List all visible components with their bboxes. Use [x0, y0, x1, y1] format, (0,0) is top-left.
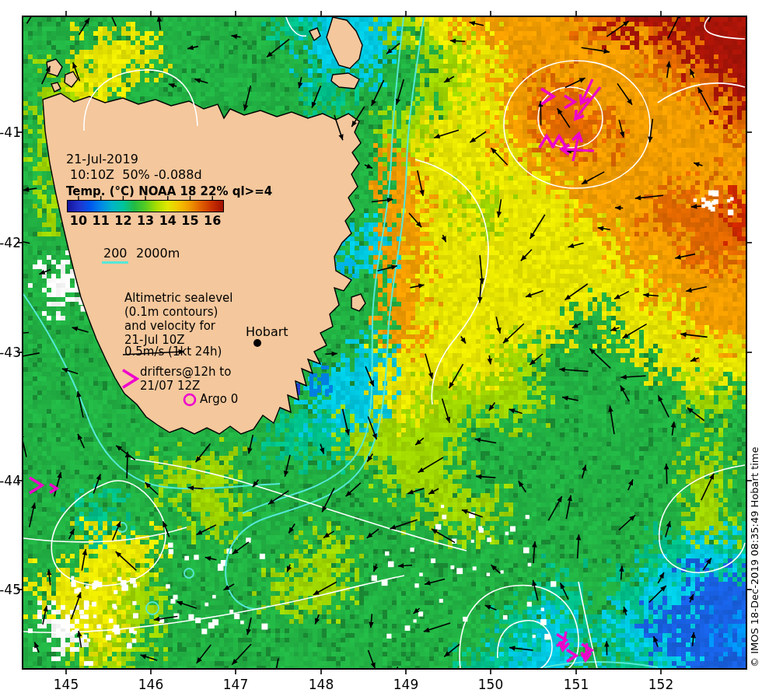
- velocity-vector-head: [509, 408, 516, 413]
- sealevel-contour: [460, 585, 578, 669]
- velocity-vector: [274, 658, 278, 681]
- velocity-vector-head: [418, 283, 425, 288]
- lat-label--45: -45: [0, 582, 21, 597]
- bathymetry-contour: [243, 17, 404, 513]
- drifters-legend-line: 21/07 12Z: [140, 380, 200, 393]
- sst-map-figure: 21-Jul-2019 10:10Z 50% -0.088d Temp. (°C…: [0, 0, 762, 700]
- bathy-contour-sample-line: [102, 261, 128, 264]
- velocity-vector-head: [470, 137, 476, 142]
- lon-label-152: 152: [648, 677, 673, 692]
- velocity-vector-head: [23, 187, 30, 191]
- velocity-vector-head: [489, 404, 495, 411]
- lon-label-149: 149: [393, 677, 418, 692]
- colorbar-tick-10: 10: [70, 213, 87, 228]
- velocity-vector-head: [194, 79, 201, 83]
- velocity-vector-head: [608, 406, 613, 412]
- velocity-vector-head: [298, 82, 302, 89]
- velocity-vector-head: [76, 592, 81, 598]
- lat-label--41: -41: [0, 124, 21, 140]
- velocity-vector-head: [232, 34, 238, 39]
- sealevel-contour: [131, 459, 467, 551]
- velocity-vector-head: [620, 375, 626, 380]
- velocity-vector-head: [666, 61, 671, 68]
- legend-product: Temp. (°C) NOAA 18 22% ql>=4: [66, 185, 272, 198]
- velocity-vector-head: [232, 548, 239, 554]
- velocity-vector-head: [373, 565, 378, 572]
- velocity-vector-head: [497, 212, 502, 218]
- velocity-vector-head: [686, 288, 692, 292]
- bathy-200-label: 200: [103, 247, 128, 261]
- velocity-vector-head: [604, 641, 610, 646]
- velocity-vector-head: [598, 226, 604, 231]
- hobart-dot: [253, 339, 261, 347]
- velocity-vector: [708, 9, 715, 22]
- velocity-vector-head: [43, 606, 47, 612]
- drifters-legend-line: drifters@12h to: [140, 366, 231, 379]
- velocity-vector-head: [496, 327, 501, 334]
- velocity-vector-head: [320, 447, 324, 453]
- velocity-vector-head: [246, 628, 251, 635]
- velocity-vector: [20, 432, 26, 457]
- lat-label--42: -42: [0, 235, 21, 250]
- velocity-vector-head: [31, 502, 36, 509]
- velocity-vector-head: [462, 509, 468, 514]
- lon-label-150: 150: [478, 677, 503, 692]
- drifter-arrow: [541, 89, 554, 104]
- velocity-vector-head: [34, 4, 40, 10]
- velocity-vector-head: [610, 327, 617, 331]
- colorbar-tick-15: 15: [181, 213, 198, 228]
- sealevel-contour: [659, 465, 745, 572]
- velocity-vector-head: [565, 295, 571, 300]
- colorbar-tick-13: 13: [137, 213, 154, 228]
- velocity-vector-head: [338, 134, 343, 140]
- bathymetry-contour-ring: [146, 602, 159, 614]
- sealevel-contour: [51, 481, 166, 586]
- altimetry-line: and velocity for: [124, 320, 215, 333]
- velocity-vector-head: [558, 108, 563, 114]
- legend-date: 21-Jul-2019: [66, 152, 138, 166]
- sealevel-contour: [498, 621, 552, 669]
- sealevel-contour: [84, 70, 197, 131]
- velocity-vector-head: [108, 9, 113, 15]
- lon-label-146: 146: [138, 677, 163, 692]
- velocity-vector: [26, 4, 39, 23]
- velocity-vector-head: [287, 565, 292, 572]
- velocity-vector-head: [446, 417, 450, 423]
- velocity-vector-head: [568, 495, 572, 502]
- velocity-vector-head: [450, 38, 456, 44]
- temperature-colorbar: [67, 200, 224, 212]
- velocity-vector-head: [519, 481, 524, 487]
- velocity-vector-head: [315, 618, 320, 624]
- velocity-vector-head: [19, 432, 24, 438]
- velocity-vector-head: [72, 62, 77, 68]
- bathymetry-contour-ring: [184, 569, 194, 578]
- bathy-2000-label: 2000m: [136, 247, 180, 261]
- lon-label-151: 151: [564, 677, 589, 692]
- velocity-vector-head: [345, 429, 350, 436]
- velocity-vector-head: [82, 549, 87, 555]
- velocity-vector-head: [666, 521, 671, 527]
- velocity-vector-head: [615, 205, 620, 211]
- argo-legend-label: Argo 0: [200, 393, 238, 406]
- velocity-vector-head: [247, 447, 252, 453]
- sealevel-contour: [286, 17, 306, 36]
- velocity-vector-head: [169, 83, 175, 88]
- colorbar-tick-12: 12: [114, 213, 131, 228]
- velocity-vector-head: [476, 474, 482, 480]
- lon-label-145: 145: [54, 677, 79, 692]
- velocity-vector-head: [288, 527, 294, 534]
- altimetry-line: Altimetric sealevel: [124, 292, 232, 305]
- lat-label--44: -44: [0, 473, 21, 488]
- lon-label-148: 148: [309, 677, 334, 692]
- velocity-vector-head: [526, 292, 532, 297]
- velocity-vector-head: [163, 521, 167, 527]
- legend-time-quality: 10:10Z 50% -0.088d: [70, 168, 202, 182]
- colorbar-tick-11: 11: [93, 213, 110, 228]
- velocity-vector-head: [390, 525, 397, 530]
- copyright-timestamp: © IMOS 18-Dec-2019 08:35:49 Hobart time: [749, 446, 760, 667]
- sealevel-contour: [415, 159, 488, 404]
- sealevel-contour: [504, 61, 650, 188]
- map-layer-group: [8, 4, 745, 681]
- velocity-vector-head: [371, 662, 376, 668]
- drifter-arrow: [30, 478, 42, 493]
